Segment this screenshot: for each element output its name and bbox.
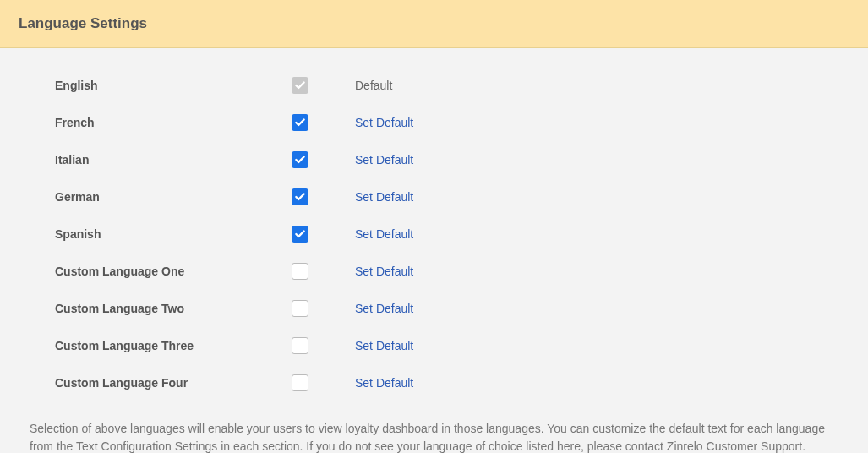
language-checkbox[interactable]: [292, 151, 308, 168]
language-row: FrenchSet Default: [55, 104, 813, 141]
language-row: Custom Language ThreeSet Default: [55, 327, 813, 364]
checkbox-wrap: [292, 226, 355, 243]
language-checkbox: [292, 77, 308, 94]
page-title: Language Settings: [19, 15, 849, 32]
language-row: Custom Language OneSet Default: [55, 253, 813, 290]
checkbox-wrap: [292, 300, 355, 317]
language-name: Custom Language Two: [55, 302, 292, 315]
set-default-link[interactable]: Set Default: [355, 376, 413, 390]
checkbox-wrap: [292, 263, 355, 280]
set-default-link[interactable]: Set Default: [355, 339, 413, 352]
language-checkbox[interactable]: [292, 300, 308, 317]
language-name: German: [55, 190, 292, 204]
language-row: Custom Language TwoSet Default: [55, 290, 813, 327]
language-checkbox[interactable]: [292, 226, 308, 243]
language-checkbox[interactable]: [292, 114, 308, 131]
language-row: EnglishDefault: [55, 67, 813, 104]
language-name: Spanish: [55, 227, 292, 241]
footer-description: Selection of above languages will enable…: [0, 401, 868, 453]
language-checkbox[interactable]: [292, 188, 308, 205]
language-checkbox[interactable]: [292, 374, 308, 391]
set-default-link[interactable]: Set Default: [355, 227, 413, 241]
language-name: French: [55, 116, 292, 129]
set-default-link[interactable]: Set Default: [355, 116, 413, 129]
language-name: Custom Language Four: [55, 376, 292, 390]
language-name: Custom Language Three: [55, 339, 292, 352]
language-name: Custom Language One: [55, 265, 292, 278]
checkbox-wrap: [292, 374, 355, 391]
language-row: GermanSet Default: [55, 178, 813, 216]
page-header: Language Settings: [0, 0, 868, 48]
set-default-link[interactable]: Set Default: [355, 153, 413, 166]
checkbox-wrap: [292, 188, 355, 205]
language-row: ItalianSet Default: [55, 141, 813, 178]
set-default-link[interactable]: Set Default: [355, 302, 413, 315]
language-row: SpanishSet Default: [55, 216, 813, 253]
set-default-link[interactable]: Set Default: [355, 265, 413, 278]
checkbox-wrap: [292, 337, 355, 354]
language-checkbox[interactable]: [292, 263, 308, 280]
language-list: EnglishDefaultFrenchSet DefaultItalianSe…: [0, 48, 868, 401]
checkbox-wrap: [292, 151, 355, 168]
default-label: Default: [355, 79, 392, 92]
checkbox-wrap: [292, 77, 355, 94]
language-name: Italian: [55, 153, 292, 166]
language-name: English: [55, 79, 292, 92]
set-default-link[interactable]: Set Default: [355, 190, 413, 204]
language-checkbox[interactable]: [292, 337, 308, 354]
checkbox-wrap: [292, 114, 355, 131]
language-row: Custom Language FourSet Default: [55, 364, 813, 401]
